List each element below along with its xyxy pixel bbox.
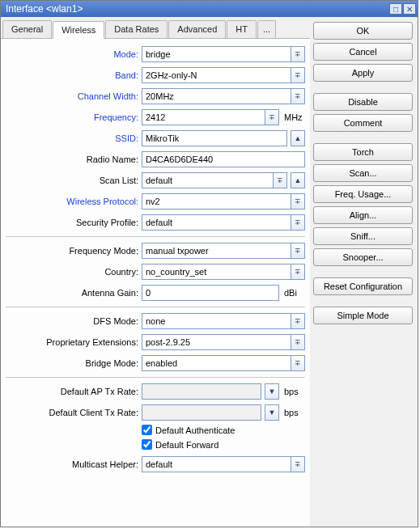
default-client-tx-input[interactable] (142, 404, 261, 421)
default-ap-tx-input[interactable] (142, 383, 261, 400)
snooper-button[interactable]: Snooper... (313, 248, 413, 266)
ssid-input[interactable] (142, 130, 287, 146)
default-forward-checkbox[interactable] (142, 439, 152, 450)
label-multicast-helper: Multicast Helper: (6, 459, 142, 469)
band-combo[interactable] (142, 67, 291, 83)
cancel-button[interactable]: Cancel (313, 43, 413, 61)
default-auth-checkbox[interactable] (142, 425, 152, 435)
apply-button[interactable]: Apply (313, 64, 413, 82)
label-bridge-mode: Bridge Mode: (6, 358, 142, 368)
unit-bps-1: bps (281, 387, 305, 396)
label-radio-name: Radio Name: (6, 154, 142, 164)
window-title: Interface <wlan1> (6, 3, 389, 15)
unit-mhz: MHz (281, 112, 305, 122)
action-panel: OK Cancel Apply Disable Comment Torch Sc… (310, 17, 418, 527)
label-default-client-tx: Default Client Tx Rate: (6, 408, 142, 417)
scan-button[interactable]: Scan... (313, 164, 413, 182)
tab-ht[interactable]: HT (227, 20, 257, 38)
security-profile-dropdown-icon[interactable]: ∓ (291, 214, 305, 231)
label-proprietary-ext: Proprietary Extensions: (6, 337, 142, 347)
label-antenna-gain: Antenna Gain: (6, 288, 142, 298)
tab-general[interactable]: General (2, 20, 52, 38)
radio-name-input[interactable] (142, 151, 305, 167)
mode-combo[interactable] (142, 46, 291, 62)
frequency-combo[interactable] (142, 109, 265, 125)
scan-list-collapse-icon[interactable]: ▲ (291, 172, 305, 188)
mode-dropdown-icon[interactable]: ∓ (291, 46, 305, 62)
label-band: Band: (6, 70, 142, 80)
label-frequency-mode: Frequency Mode: (6, 246, 142, 256)
bridge-mode-combo[interactable] (142, 355, 291, 371)
close-window-button[interactable]: ✕ (403, 3, 416, 15)
sniff-button[interactable]: Sniff... (313, 227, 413, 245)
left-column: General Wireless Data Rates Advanced HT … (1, 17, 310, 527)
ok-button[interactable]: OK (313, 22, 413, 40)
unit-dbi: dBi (281, 288, 305, 298)
band-dropdown-icon[interactable]: ∓ (291, 67, 305, 83)
label-security-profile: Security Profile: (6, 218, 142, 227)
frequency-mode-dropdown-icon[interactable]: ∓ (291, 243, 305, 259)
interface-window: Interface <wlan1> □ ✕ General Wireless D… (0, 0, 418, 527)
unpin-button[interactable]: □ (389, 3, 402, 15)
align-button[interactable]: Align... (313, 206, 413, 224)
multicast-helper-combo[interactable] (142, 456, 291, 472)
security-profile-combo[interactable] (142, 214, 291, 231)
proprietary-ext-dropdown-icon[interactable]: ∓ (291, 334, 305, 350)
window-controls: □ ✕ (389, 3, 416, 15)
label-default-ap-tx: Default AP Tx Rate: (6, 387, 142, 396)
separator-2 (6, 307, 305, 307)
label-mode: Mode: (6, 49, 142, 59)
default-client-tx-expand-icon[interactable]: ▼ (265, 404, 279, 421)
tab-advanced[interactable]: Advanced (168, 20, 226, 38)
frequency-dropdown-icon[interactable]: ∓ (265, 109, 279, 125)
form-area: Mode: ∓ Band: ∓ Channel Width: ∓ (1, 39, 310, 527)
separator-1 (6, 236, 305, 237)
default-ap-tx-expand-icon[interactable]: ▼ (265, 383, 279, 400)
simple-mode-button[interactable]: Simple Mode (313, 307, 413, 324)
separator-3 (6, 377, 305, 378)
label-channel-width: Channel Width: (6, 91, 142, 101)
freq-usage-button[interactable]: Freq. Usage... (313, 185, 413, 203)
channel-width-combo[interactable] (142, 88, 291, 104)
wireless-protocol-dropdown-icon[interactable]: ∓ (291, 193, 305, 209)
label-country: Country: (6, 267, 142, 277)
label-wireless-protocol: Wireless Protocol: (6, 197, 142, 206)
dfs-mode-combo[interactable] (142, 313, 291, 329)
frequency-mode-combo[interactable] (142, 243, 291, 259)
tab-bar: General Wireless Data Rates Advanced HT … (1, 17, 310, 39)
window-body: General Wireless Data Rates Advanced HT … (1, 17, 418, 527)
titlebar: Interface <wlan1> □ ✕ (1, 1, 418, 17)
reset-config-button[interactable]: Reset Configuration (313, 277, 413, 295)
label-frequency: Frequency: (6, 112, 142, 122)
tab-data-rates[interactable]: Data Rates (105, 20, 168, 38)
multicast-helper-dropdown-icon[interactable]: ∓ (291, 456, 305, 472)
default-auth-label: Default Authenticate (155, 425, 235, 435)
proprietary-ext-combo[interactable] (142, 334, 291, 350)
country-combo[interactable] (142, 264, 291, 280)
tab-more[interactable]: ... (257, 20, 276, 38)
comment-button[interactable]: Comment (313, 114, 413, 132)
bridge-mode-dropdown-icon[interactable]: ∓ (291, 355, 305, 371)
unit-bps-2: bps (281, 408, 305, 417)
label-scan-list: Scan List: (6, 176, 142, 185)
dfs-mode-dropdown-icon[interactable]: ∓ (291, 313, 305, 329)
country-dropdown-icon[interactable]: ∓ (291, 264, 305, 280)
antenna-gain-input[interactable] (142, 285, 279, 301)
default-forward-label: Default Forward (155, 440, 218, 450)
channel-width-dropdown-icon[interactable]: ∓ (291, 88, 305, 104)
wireless-protocol-combo[interactable] (142, 193, 291, 209)
torch-button[interactable]: Torch (313, 143, 413, 161)
disable-button[interactable]: Disable (313, 93, 413, 111)
tab-wireless[interactable]: Wireless (53, 21, 104, 39)
label-dfs-mode: DFS Mode: (6, 316, 142, 326)
label-ssid: SSID: (6, 133, 142, 143)
scan-list-dropdown-icon[interactable]: ∓ (273, 172, 287, 188)
ssid-collapse-icon[interactable]: ▲ (291, 130, 305, 146)
scan-list-combo[interactable] (142, 172, 273, 188)
